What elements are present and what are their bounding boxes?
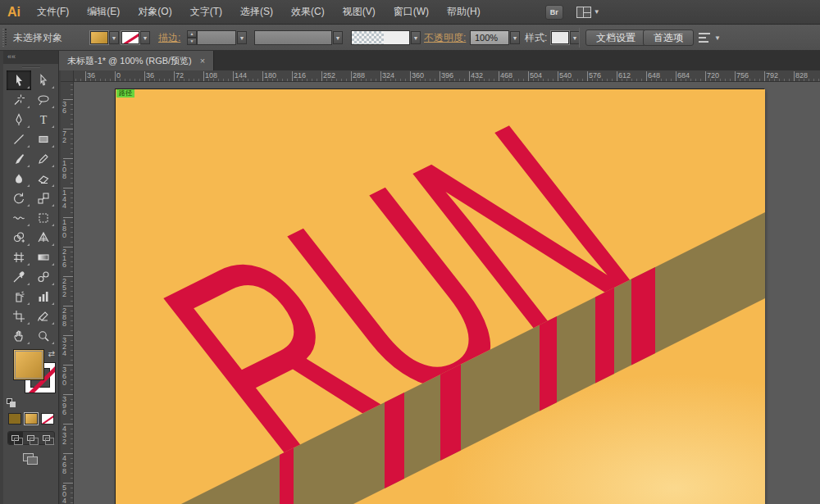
- variable-width-profile-dropdown[interactable]: ▼: [333, 31, 343, 44]
- workspace-switcher[interactable]: ▼: [576, 7, 600, 18]
- draw-behind-button[interactable]: [23, 432, 39, 444]
- ruler-tick: [646, 71, 647, 81]
- default-fill-stroke-icon[interactable]: [7, 398, 16, 408]
- artboard-tool[interactable]: [7, 306, 31, 326]
- fill-color-dropdown[interactable]: ▼: [109, 31, 119, 44]
- brush-definition-field[interactable]: [351, 30, 410, 45]
- ruler-label: 36: [146, 71, 154, 79]
- line-segment-tool[interactable]: [7, 129, 31, 149]
- menu-item[interactable]: 帮助(H): [438, 0, 490, 24]
- chevron-down-icon: ▼: [594, 8, 600, 16]
- swap-fill-stroke-icon[interactable]: ⇄: [48, 349, 55, 358]
- rotate-icon: [12, 192, 25, 205]
- stroke-weight-stepper[interactable]: ▲▼: [187, 30, 197, 45]
- color-button[interactable]: [8, 413, 21, 425]
- gradient-tool[interactable]: [31, 247, 56, 267]
- shape-builder-tool[interactable]: [7, 228, 31, 247]
- slice-tool[interactable]: [31, 306, 56, 326]
- panel-collapse-button[interactable]: ««: [3, 51, 58, 64]
- selection-tool[interactable]: [7, 70, 31, 90]
- opacity-field[interactable]: 100%: [470, 30, 509, 45]
- gradient-icon: [37, 251, 50, 264]
- scale-tool[interactable]: [31, 188, 56, 208]
- eyedropper-icon: [12, 270, 25, 284]
- perspective-grid-tool[interactable]: [31, 228, 56, 247]
- draw-normal-button[interactable]: [8, 432, 24, 444]
- style-swatch[interactable]: [551, 31, 569, 44]
- paintbrush-tool[interactable]: [7, 149, 31, 169]
- column-graph-tool[interactable]: [31, 287, 56, 306]
- eraser-icon: [37, 172, 50, 185]
- pencil-tool[interactable]: [31, 149, 56, 169]
- ruler-label: 828: [795, 71, 808, 79]
- blob-brush-tool[interactable]: [7, 169, 31, 188]
- type-tool[interactable]: T: [31, 110, 56, 129]
- magic-wand-tool[interactable]: [7, 90, 31, 110]
- panel-grip[interactable]: [2, 29, 7, 47]
- mesh-tool[interactable]: [7, 247, 31, 267]
- stroke-color-dropdown[interactable]: ▼: [140, 31, 150, 44]
- pen-tool[interactable]: [7, 110, 31, 129]
- artboard[interactable]: 路径 RUN: [115, 89, 764, 504]
- align-options[interactable]: ▼: [699, 25, 721, 51]
- ruler-tick: [292, 71, 293, 81]
- type-icon: T: [37, 113, 50, 126]
- stroke-weight-field[interactable]: [197, 30, 236, 45]
- free-transform-tool[interactable]: [31, 208, 56, 228]
- variable-width-profile-field[interactable]: [254, 30, 332, 45]
- stroke-panel-link[interactable]: 描边:: [158, 31, 180, 45]
- zoom-tool[interactable]: [31, 326, 56, 346]
- rotate-tool[interactable]: [7, 188, 31, 208]
- menu-item[interactable]: 文件(F): [28, 0, 78, 24]
- eraser-tool[interactable]: [31, 169, 56, 188]
- ruler-tick: [499, 71, 499, 81]
- stroke-color-swatch[interactable]: [121, 31, 139, 44]
- ruler-label: 72: [175, 71, 184, 79]
- fill-indicator[interactable]: [13, 349, 44, 380]
- stroke-weight-dropdown[interactable]: ▼: [237, 31, 247, 44]
- menu-item[interactable]: 选择(S): [231, 0, 282, 24]
- preferences-button[interactable]: 首选项: [643, 30, 694, 46]
- brush-definition-dropdown[interactable]: ▼: [411, 31, 421, 44]
- ruler-label: 360: [412, 71, 424, 79]
- fill-color-swatch[interactable]: [90, 31, 108, 44]
- ruler-tick: [410, 71, 411, 81]
- panel-drag-grip[interactable]: [3, 64, 58, 70]
- menu-bar: Ai 文件(F)编辑(E)对象(O)文字(T)选择(S)效果(C)视图(V)窗口…: [0, 0, 820, 25]
- ruler-tick: [85, 71, 86, 81]
- document-tab-title: 未标题-1* @ 100% (RGB/预览): [67, 55, 192, 67]
- ruler-label: 252: [323, 71, 335, 79]
- close-icon[interactable]: ×: [200, 56, 205, 66]
- document-tab[interactable]: 未标题-1* @ 100% (RGB/预览) ×: [59, 51, 214, 70]
- ruler-corner[interactable]: [61, 70, 74, 82]
- menu-item[interactable]: 对象(O): [129, 0, 180, 24]
- draw-inside-button[interactable]: [39, 432, 54, 444]
- line-segment-icon: [12, 133, 25, 146]
- horizontal-ruler[interactable]: 3603672108144180216252288324360396432468…: [74, 70, 820, 82]
- lasso-tool[interactable]: [31, 90, 56, 110]
- bridge-button[interactable]: Br: [545, 5, 563, 20]
- menu-item[interactable]: 视图(V): [334, 0, 385, 24]
- opacity-panel-link[interactable]: 不透明度:: [424, 31, 466, 45]
- menu-item[interactable]: 效果(C): [282, 0, 334, 24]
- illustrator-window: Ai 文件(F)编辑(E)对象(O)文字(T)选择(S)效果(C)视图(V)窗口…: [0, 0, 820, 504]
- opacity-dropdown[interactable]: ▼: [510, 31, 520, 44]
- direct-selection-tool[interactable]: [31, 70, 56, 90]
- gradient-button[interactable]: [25, 413, 38, 425]
- ruler-tick: [558, 71, 558, 81]
- ruler-label: 1 8 0: [62, 219, 66, 238]
- menu-item[interactable]: 编辑(E): [78, 0, 129, 24]
- symbol-sprayer-tool[interactable]: [7, 287, 31, 306]
- vertical-ruler[interactable]: 3 67 21 0 81 4 41 8 02 1 62 5 22 8 83 2 …: [61, 82, 74, 504]
- pasteboard[interactable]: 路径 RUN: [74, 82, 820, 504]
- screen-mode-button[interactable]: [23, 453, 39, 465]
- hand-tool[interactable]: [7, 326, 31, 346]
- none-button[interactable]: [41, 413, 54, 425]
- document-setup-button[interactable]: 文档设置: [585, 30, 646, 46]
- rectangle-tool[interactable]: [31, 129, 56, 149]
- menu-item[interactable]: 窗口(W): [385, 0, 438, 24]
- blend-tool[interactable]: [31, 267, 56, 287]
- menu-item[interactable]: 文字(T): [181, 0, 231, 24]
- eyedropper-tool[interactable]: [7, 267, 31, 287]
- width-tool[interactable]: [7, 208, 31, 228]
